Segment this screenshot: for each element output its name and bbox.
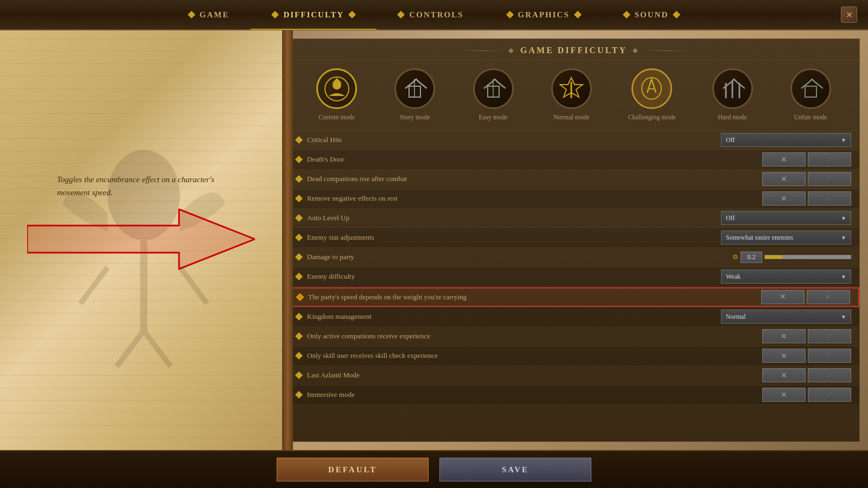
auto-level-dropdown[interactable]: Off ▼ [721,211,851,225]
tab-graphics[interactable]: GRAPHICS [486,0,602,30]
navigation-bar: GAME DIFFICULTY CONTROLS GRAPHICS SOUND [0,0,868,30]
indicator-icon [295,136,303,144]
difficulty-title-icon-right: ◆ [633,47,639,55]
mode-normal[interactable]: Normal mode [550,68,593,122]
slider-icon: ⚙ [732,253,738,261]
hard-mode-icon [712,68,753,109]
nav-tabs-container: GAME DIFFICULTY CONTROLS GRAPHICS SOUND [11,0,857,30]
dead-companions-check[interactable]: ✓ [808,172,851,186]
indicator-icon [295,273,303,280]
kingdom-dropdown[interactable]: Normal ▼ [721,310,851,324]
svg-line-4 [117,331,144,367]
tab-game[interactable]: GAME [167,0,251,30]
setting-damage-party: Damage to party ⚙ 0.2 [288,248,859,267]
svg-rect-22 [805,86,816,97]
easy-mode-icon [473,68,514,109]
mode-custom[interactable]: Custom mode [315,68,359,122]
save-button[interactable]: SAVE [439,458,591,481]
indicator-icon [295,195,303,202]
remove-negative-check[interactable]: ✓ [808,191,851,206]
title-line-right [644,50,688,51]
mode-hard[interactable]: Hard mode [711,68,754,122]
critical-hits-dropdown[interactable]: Off ▼ [721,133,851,147]
custom-mode-label: Custom mode [318,113,355,122]
immersive-check[interactable]: ✓ [808,388,851,402]
diamond-icon-graphics-right [574,11,582,18]
active-companions-check[interactable]: ✓ [808,329,851,343]
bottom-bar: DEFAULT SAVE [0,450,868,488]
main-window: GAME DIFFICULTY CONTROLS GRAPHICS SOUND [0,0,868,488]
party-speed-cross[interactable]: ✕ [761,290,805,304]
setting-remove-negative: Remove negative effects on rest ✕ ✓ [288,189,859,209]
enemy-difficulty-control: Weak ▼ [721,269,851,284]
indicator-icon [295,214,303,222]
setting-critical-hits: Critical Hits Off ▼ [288,131,859,150]
azlanti-check[interactable]: ✓ [808,368,851,382]
description-text: Toggles the encumbrance effect on a char… [57,173,231,199]
mode-icons-row: Custom mode Story mode [288,60,859,131]
settings-list: Critical Hits Off ▼ Death's Door ✕ ✓ [288,131,859,441]
indicator-icon [295,391,303,399]
azlanti-cross[interactable]: ✕ [762,368,806,382]
setting-immersive: Immersive mode ✕ ✓ [288,386,859,405]
content-area: Toggles the encumbrance effect on a char… [0,30,868,450]
immersive-cross[interactable]: ✕ [762,388,806,402]
damage-party-value: 0.2 [741,252,762,263]
setting-deaths-door: Death's Door ✕ ✓ [288,150,859,170]
diamond-icon-sound-right [673,11,680,18]
easy-mode-label: Easy mode [479,113,508,122]
damage-party-slider[interactable] [764,255,851,259]
svg-point-9 [333,81,341,89]
skill-user-control: ✕ ✓ [762,349,851,363]
active-companions-cross[interactable]: ✕ [762,329,806,343]
setting-party-speed: The party's speed depends on the weight … [288,287,859,307]
mode-story[interactable]: Story mode [393,68,437,122]
skill-user-check[interactable]: ✓ [808,349,851,363]
custom-mode-icon [316,68,357,109]
indicator-icon [295,156,303,163]
skill-user-cross[interactable]: ✕ [762,349,806,363]
indicator-icon [295,352,303,359]
setting-dead-companions: Dead companions rise after combat ✕ ✓ [288,170,859,189]
book-spine [282,30,293,450]
dropdown-arrow: ▼ [841,235,846,241]
left-description-panel: Toggles the encumbrance effect on a char… [0,30,288,450]
diamond-icon-sound [623,11,630,18]
indicator-icon [295,175,303,183]
immersive-control: ✕ ✓ [762,388,851,402]
deaths-door-control: ✕ ✓ [762,152,851,166]
dead-companions-cross[interactable]: ✕ [762,172,806,186]
mode-unfair[interactable]: Unfair mode [789,68,832,122]
normal-mode-label: Normal mode [553,113,589,122]
story-mode-label: Story mode [400,113,430,122]
difficulty-title-icon: ◆ [508,47,515,55]
close-button[interactable]: ✕ [841,7,857,23]
active-companions-control: ✕ ✓ [762,329,851,343]
diamond-icon-difficulty [271,11,279,18]
mode-challenging[interactable]: Challenging mode [628,68,676,122]
tab-difficulty[interactable]: DIFFICULTY [251,0,376,30]
deaths-door-cross[interactable]: ✕ [762,152,806,166]
critical-hits-control: Off ▼ [721,133,851,147]
indicator-icon [295,332,303,340]
indicator-icon [295,253,303,261]
indicator-icon [295,313,303,320]
challenging-mode-label: Challenging mode [628,113,676,122]
azlanti-control: ✕ ✓ [762,368,851,382]
setting-active-companions: Only active companions receive experienc… [288,327,859,346]
enemy-stat-dropdown[interactable]: Somewhat easier enemies ▼ [721,230,851,245]
setting-skill-user: Only skill user receives skill check exp… [288,346,859,366]
hard-mode-label: Hard mode [718,113,747,122]
default-button[interactable]: DEFAULT [277,458,429,481]
party-speed-check[interactable]: ✓ [807,290,850,304]
remove-negative-cross[interactable]: ✕ [762,191,806,206]
tab-sound[interactable]: SOUND [602,0,701,30]
enemy-difficulty-dropdown[interactable]: Weak ▼ [721,269,851,284]
story-mode-icon [394,68,435,109]
mode-easy[interactable]: Easy mode [471,68,515,122]
deaths-door-check[interactable]: ✓ [808,152,851,166]
tab-controls[interactable]: CONTROLS [376,0,485,30]
remove-negative-control: ✕ ✓ [762,191,851,206]
enemy-stat-control: Somewhat easier enemies ▼ [721,230,851,245]
diamond-icon-difficulty-right [348,11,356,18]
